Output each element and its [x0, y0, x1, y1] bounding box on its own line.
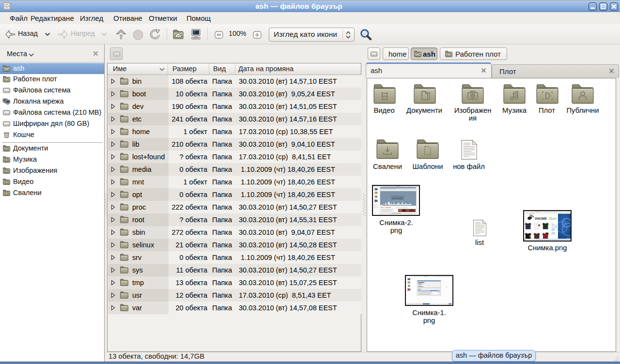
svg-text:GNOME: GNOME — [535, 217, 547, 220]
svg-text:May 24-30th, 2010: May 24-30th, 2010 — [393, 200, 403, 202]
svg-text:GUADEC: GUADEC — [391, 197, 403, 200]
svg-text:Shop: Shop — [552, 223, 555, 224]
svg-text:About GUADEC: About GUADEC — [381, 207, 392, 209]
svg-text:Store: Store — [549, 217, 557, 220]
